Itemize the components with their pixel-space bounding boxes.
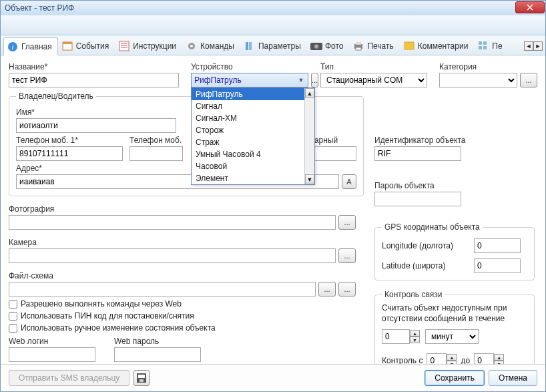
tab-commands[interactable]: Команды — [182, 37, 240, 55]
tab-photo[interactable]: Фото — [307, 37, 350, 55]
chk-web[interactable] — [9, 300, 17, 309]
tab-label: Печать — [367, 41, 393, 51]
send-sms-button[interactable]: Отправить SMS владельцу — [9, 370, 129, 386]
cancel-button[interactable]: Отмена — [489, 370, 537, 386]
camera-input[interactable] — [9, 248, 336, 263]
svg-rect-21 — [479, 46, 482, 49]
svg-rect-18 — [404, 42, 414, 49]
svg-rect-19 — [479, 41, 482, 45]
label-web-pass: Web пароль — [114, 337, 201, 346]
name-input[interactable] — [9, 73, 179, 87]
svg-text:i: i — [11, 43, 13, 51]
note-icon — [403, 40, 415, 52]
type-select[interactable]: Стационарный COM — [320, 73, 427, 87]
tabs-scroll-left[interactable]: ◄ — [524, 41, 533, 51]
category-select[interactable] — [439, 73, 517, 87]
device-dropdown-list[interactable]: РифПатруль Сигнал Сигнал-ХМ Сторож Страж… — [191, 87, 315, 185]
tab-more[interactable]: Пе — [474, 37, 508, 55]
svg-rect-20 — [483, 41, 487, 45]
device-browse-button[interactable]: ... — [311, 73, 318, 87]
tab-label: Команды — [200, 41, 234, 51]
phone2-input[interactable] — [129, 146, 183, 161]
spin-up[interactable]: ▲ — [494, 354, 504, 361]
chk-manual[interactable] — [9, 324, 17, 333]
chk-web-label: Разрешено выполнять команды через Web — [21, 299, 182, 309]
ctrl-from-input[interactable] — [427, 353, 447, 364]
device-option[interactable]: Сигнал-ХМ — [192, 112, 314, 124]
link-unit-select[interactable]: минут — [425, 329, 479, 344]
obj-id-input[interactable] — [374, 146, 461, 161]
label-lat: Latitude (широта) — [382, 261, 462, 270]
camera-icon — [310, 40, 322, 52]
chevron-down-icon: ▼ — [296, 74, 306, 86]
tab-label: Пе — [492, 41, 502, 51]
save-disk-button[interactable] — [133, 370, 150, 386]
label-phone1: Телефон моб. 1* — [16, 136, 123, 145]
toolbar-area — [1, 15, 545, 35]
device-option[interactable]: Элемент — [192, 172, 314, 184]
tabs: i Главная События Инструкции Команды Пар… — [1, 35, 545, 55]
label-web-login: Web логин — [9, 337, 95, 346]
file-scheme-extra-button[interactable]: ... — [338, 282, 356, 297]
tab-events[interactable]: События — [58, 37, 115, 55]
close-button[interactable] — [515, 1, 545, 13]
web-login-input[interactable] — [9, 347, 95, 362]
gear-icon — [186, 40, 198, 52]
file-scheme-input[interactable] — [9, 282, 316, 297]
phone1-input[interactable] — [16, 146, 123, 161]
svg-rect-3 — [63, 42, 72, 44]
device-option[interactable]: РифПатруль — [192, 88, 314, 100]
lon-input[interactable] — [474, 238, 521, 253]
scroll-up[interactable]: ▲ — [305, 88, 314, 98]
device-option[interactable]: Часовой — [192, 160, 314, 172]
dropdown-scrollbar[interactable]: ▲ ▼ — [304, 88, 314, 184]
owner-name-input[interactable] — [16, 118, 176, 133]
label-obj-id: Идентификатор объекта — [374, 136, 535, 145]
label-photo: Фотография — [9, 204, 356, 214]
link-group-label: Контроль связи — [382, 290, 445, 299]
ctrl-to-input[interactable] — [474, 353, 494, 364]
link-value-input[interactable] — [382, 329, 410, 344]
category-browse-button[interactable]: ... — [520, 73, 537, 87]
list-icon — [118, 40, 130, 52]
device-dropdown[interactable]: РифПатруль ▼ — [191, 73, 308, 87]
device-option[interactable]: Сторож — [192, 124, 314, 136]
spin-down[interactable]: ▼ — [447, 361, 457, 364]
address-a-button[interactable]: А — [342, 174, 356, 189]
titlebar: Объект - тест РИФ — [1, 1, 545, 15]
scroll-down[interactable]: ▼ — [305, 174, 314, 184]
label-obj-pass: Пароль объекта — [374, 181, 535, 190]
spin-up[interactable]: ▲ — [410, 330, 420, 337]
camera-browse-button[interactable]: ... — [338, 248, 356, 263]
tab-instructions[interactable]: Инструкции — [115, 37, 182, 55]
calendar-icon — [61, 40, 73, 52]
spin-down[interactable]: ▼ — [410, 337, 420, 343]
device-option[interactable]: Сигнал — [192, 100, 314, 112]
svg-rect-24 — [138, 375, 145, 378]
device-option[interactable]: Умный Часовой 4 — [192, 148, 314, 160]
tab-comments[interactable]: Комментарии — [400, 37, 475, 55]
file-scheme-browse-button[interactable]: ... — [318, 282, 336, 297]
web-pass-input[interactable] — [114, 347, 201, 362]
tab-main[interactable]: i Главная — [3, 37, 58, 55]
svg-point-9 — [190, 45, 193, 47]
device-selected: РифПатруль — [194, 75, 242, 85]
lat-input[interactable] — [474, 258, 521, 273]
link-text: Считать объект недоступным при отсутстви… — [382, 303, 527, 324]
photo-browse-button[interactable]: ... — [338, 215, 356, 230]
photo-input[interactable] — [9, 215, 336, 230]
obj-pass-input[interactable] — [374, 192, 461, 206]
save-button[interactable]: Сохранить — [425, 370, 485, 386]
tab-label: События — [76, 41, 109, 51]
tab-params[interactable]: Параметры — [240, 37, 307, 55]
gps-group-label: GPS координаты объекта — [382, 222, 483, 232]
svg-rect-4 — [119, 41, 129, 51]
tab-print[interactable]: Печать — [349, 37, 399, 55]
svg-rect-25 — [140, 379, 144, 382]
tabs-scroll-right[interactable]: ► — [533, 41, 543, 51]
chk-pin[interactable] — [9, 312, 17, 321]
spin-up[interactable]: ▲ — [447, 354, 457, 361]
svg-rect-22 — [483, 46, 487, 49]
spin-down[interactable]: ▼ — [494, 361, 504, 364]
device-option[interactable]: Страж — [192, 136, 314, 148]
